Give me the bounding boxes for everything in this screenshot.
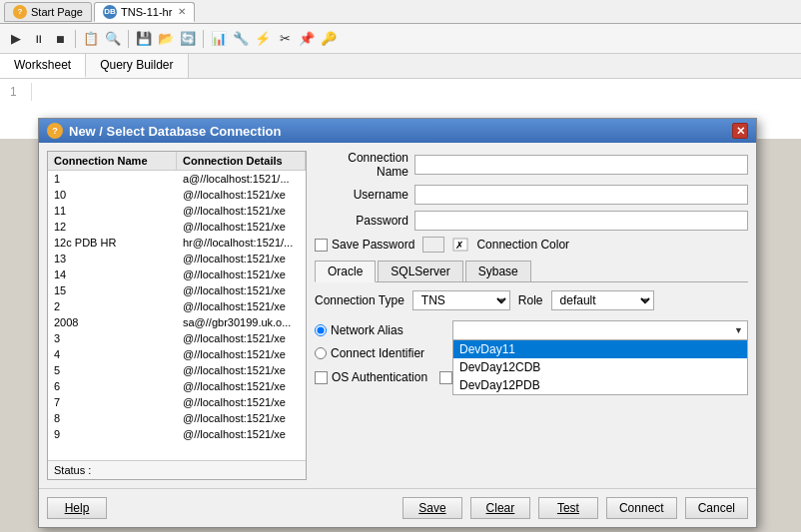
search-button[interactable]: 🔍 [103,29,123,49]
run-button[interactable]: ▶ [6,29,26,49]
worksheet-tabs: Worksheet Query Builder [0,54,801,79]
dialog-title-text: New / Select Database Connection [69,124,281,139]
line-number: 1 [4,83,32,101]
chart-button[interactable]: 📊 [209,29,229,49]
toolbar: ▶ ⏸ ⏹ 📋 🔍 💾 📂 🔄 📊 🔧 ⚡ ✂ 📌 🔑 [0,24,801,54]
refresh-button[interactable]: 🔄 [178,29,198,49]
tab-tns-label: TNS-11-hr [121,6,172,18]
cut-button[interactable]: ✂ [275,29,295,49]
sep1 [75,30,76,48]
tab-worksheet[interactable]: Worksheet [0,54,86,78]
tab-tns-11-hr[interactable]: DB TNS-11-hr ✕ [94,2,195,22]
query-builder-tab-label: Query Builder [100,58,173,72]
tab-start-page-label: Start Page [31,6,83,18]
tab-bar: ? Start Page DB TNS-11-hr ✕ [0,0,801,24]
tab-start-page[interactable]: ? Start Page [4,2,92,22]
copy-button[interactable]: 📋 [81,29,101,49]
worksheet-tab-label: Worksheet [14,58,71,72]
sep3 [203,30,204,48]
tab-query-builder[interactable]: Query Builder [86,54,188,78]
dialog-close-button[interactable]: ✕ [732,123,748,139]
pin-button[interactable]: 📌 [297,29,317,49]
key-button[interactable]: 🔑 [319,29,339,49]
dialog-icon: ? [47,123,63,139]
dialog-title-bar: ? New / Select Database Connection ✕ [39,119,756,139]
open-button[interactable]: 📂 [156,29,176,49]
start-page-icon: ? [13,5,27,19]
lightning-button[interactable]: ⚡ [253,29,273,49]
stop-button[interactable]: ⏹ [50,29,70,49]
sep2 [128,30,129,48]
pause-button[interactable]: ⏸ [28,29,48,49]
tab-close-icon[interactable]: ✕ [178,6,186,17]
save-button[interactable]: 💾 [134,29,154,49]
settings-button[interactable]: 🔧 [231,29,251,49]
db-connection-dialog: ? New / Select Database Connection ✕ Con… [38,118,757,139]
db-icon: DB [103,5,117,19]
